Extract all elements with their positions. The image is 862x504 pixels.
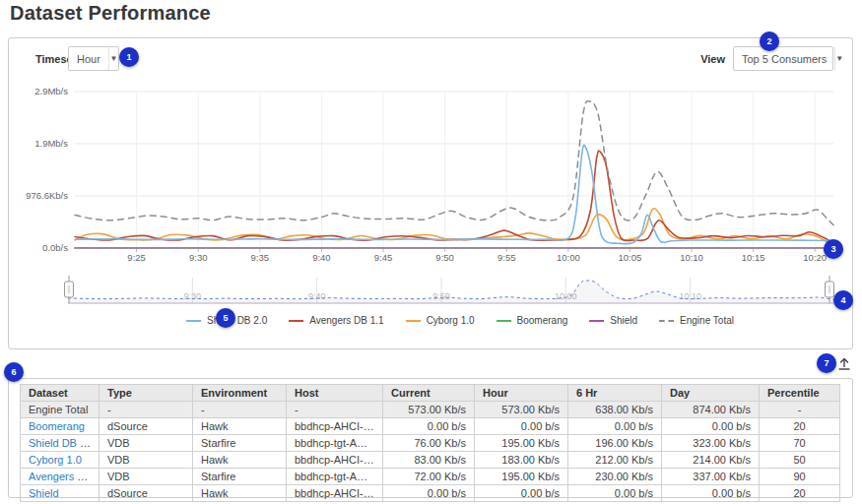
table-cell: Hawk — [193, 452, 287, 469]
dataset-link[interactable]: Shield — [29, 487, 59, 499]
table-cell: 196.00 Kb/s — [568, 435, 662, 452]
annotation-badge-2: 2 — [760, 32, 779, 51]
table-cell: 72.00 Kb/s — [383, 469, 475, 485]
table-cell: bbdhcp-tgt-AHCI-... — [287, 435, 383, 452]
table-row-boomerang: BoomerangdSourceHawkbbdhcp-AHCI-585...0.… — [21, 418, 840, 435]
table-cell: VDB — [99, 435, 193, 452]
table-row-engine-total: Engine Total---573.00 Kb/s573.00 Kb/s638… — [21, 402, 840, 418]
annotation-badge-1: 1 — [119, 47, 139, 67]
x-axis-label: 9:30 — [189, 252, 208, 263]
chart-legend: Shield DB 2.0Avengers DB 1.1Cyborg 1.0Bo… — [186, 315, 734, 326]
dataset-link[interactable]: Avengers DB 1.1 — [29, 471, 99, 482]
table-cell: 50 — [760, 452, 840, 469]
series-engine-total — [75, 101, 833, 225]
table-cell: - — [760, 402, 840, 418]
y-axis-label: 0.0b/s — [42, 242, 68, 253]
x-axis-label: 10:00 — [557, 252, 580, 263]
column-header-current[interactable]: Current — [383, 385, 475, 402]
table-cell: 0.00 b/s — [568, 418, 662, 435]
page-title: Dataset Performance — [10, 2, 211, 25]
table-cell: Hawk — [193, 485, 287, 502]
table-cell: 0.00 b/s — [475, 485, 568, 502]
legend-item-cyborg-1-0[interactable]: Cyborg 1.0 — [406, 315, 475, 326]
table-cell: 0.00 b/s — [383, 418, 475, 435]
legend-item-avengers-db-1-1[interactable]: Avengers DB 1.1 — [289, 315, 383, 326]
legend-item-engine-total[interactable]: Engine Total — [659, 315, 734, 326]
column-header-hour[interactable]: Hour — [475, 385, 568, 402]
table-row-cyborg-1-0: Cyborg 1.0VDBHawkbbdhcp-AHCI-585...83.00… — [21, 452, 840, 469]
table-cell: dSource — [99, 485, 193, 502]
x-axis-label: 9:40 — [312, 252, 331, 263]
column-header-type[interactable]: Type — [99, 385, 193, 402]
table-cell: 638.00 Kb/s — [568, 402, 662, 418]
table-row-shield: ShielddSourceHawkbbdhcp-AHCI-585...0.00 … — [21, 485, 840, 502]
series-avengers-db-1-1 — [75, 151, 833, 245]
dataset-link[interactable]: Shield DB 2.0 — [29, 437, 95, 449]
table-cell: 0.00 b/s — [383, 485, 475, 502]
timescale-select[interactable]: Hour ▼ — [68, 46, 119, 71]
legend-item-shield[interactable]: Shield — [589, 315, 637, 326]
dataset-table: DatasetTypeEnvironmentHostCurrentHour6 H… — [20, 384, 840, 502]
table-cell: 874.00 Kb/s — [662, 402, 760, 418]
table-cell: 230.00 Kb/s — [568, 469, 662, 485]
x-axis-label: 9:50 — [435, 252, 454, 263]
series-shield-db-2-0 — [75, 145, 833, 243]
dataset-link[interactable]: Boomerang — [29, 420, 85, 432]
table-cell: 90 — [760, 469, 840, 485]
navigator-line — [68, 281, 833, 299]
table-header-row: DatasetTypeEnvironmentHostCurrentHour6 H… — [21, 385, 840, 402]
legend-swatch — [186, 320, 201, 322]
x-axis-label: 9:25 — [127, 252, 146, 263]
series-group — [75, 101, 833, 248]
column-header-6-hr[interactable]: 6 Hr — [568, 385, 662, 402]
table-cell: 20 — [760, 418, 840, 435]
x-axis-label: 9:55 — [497, 252, 516, 263]
table-cell: 212.00 Kb/s — [568, 452, 662, 469]
performance-chart: 2.9Mb/s1.9Mb/s976.6Kb/s0.0b/s9:259:309:3… — [9, 38, 852, 346]
annotation-badge-7: 7 — [817, 353, 836, 373]
table-cell: Starfire — [193, 469, 287, 485]
x-axis-label: 10:20 — [803, 252, 827, 263]
column-header-day[interactable]: Day — [662, 385, 760, 402]
table-cell: 83.00 Kb/s — [383, 452, 475, 469]
legend-item-boomerang[interactable]: Boomerang — [497, 315, 568, 326]
table-cell: 214.00 Kb/s — [662, 452, 760, 469]
table-cell: Starfire — [193, 435, 287, 452]
column-header-percentile[interactable]: Percentile — [760, 385, 840, 402]
table-cell: dSource — [99, 418, 193, 435]
table-cell: 573.00 Kb/s — [475, 402, 568, 418]
table-cell: Engine Total — [21, 402, 99, 418]
table-cell: 337.00 Kb/s — [662, 469, 760, 485]
y-axis-label: 1.9Mb/s — [34, 138, 68, 149]
table-cell: 183.00 Kb/s — [475, 452, 568, 469]
table-cell: 20 — [760, 485, 840, 502]
export-button[interactable] — [835, 354, 853, 372]
table-cell: 0.00 b/s — [662, 418, 760, 435]
table-row-avengers-db-1-1: Avengers DB 1.1VDBStarfirebbdhcp-tgt-AHC… — [21, 469, 840, 485]
legend-swatch — [659, 320, 674, 322]
dataset-link[interactable]: Cyborg 1.0 — [29, 454, 82, 466]
legend-swatch — [406, 320, 421, 322]
y-axis-label: 2.9Mb/s — [34, 86, 68, 96]
table-cell: 323.00 Kb/s — [662, 435, 760, 452]
table-cell: 573.00 Kb/s — [383, 402, 475, 418]
annotation-badge-4: 4 — [833, 290, 853, 310]
timescale-value: Hour — [69, 47, 108, 70]
column-header-dataset[interactable]: Dataset — [21, 385, 99, 402]
column-header-host[interactable]: Host — [287, 385, 383, 402]
table-cell: 0.00 b/s — [475, 418, 568, 435]
table-cell: 76.00 Kb/s — [383, 435, 475, 452]
view-select[interactable]: Top 5 Consumers ▼ — [733, 46, 833, 71]
table-cell: VDB — [99, 469, 193, 485]
dataset-table-panel: DatasetTypeEnvironmentHostCurrentHour6 H… — [8, 378, 853, 498]
table-cell: 70 — [760, 435, 840, 452]
x-axis-label: 9:45 — [374, 252, 393, 263]
annotation-badge-5: 5 — [216, 308, 235, 328]
column-header-environment[interactable]: Environment — [193, 385, 287, 402]
table-cell: 0.00 b/s — [662, 485, 760, 502]
x-axis-label: 10:10 — [680, 252, 703, 263]
table-cell: Hawk — [193, 418, 287, 435]
table-cell: 195.00 Kb/s — [475, 469, 568, 485]
table-cell: - — [99, 402, 193, 418]
legend-label: Shield — [610, 315, 637, 326]
